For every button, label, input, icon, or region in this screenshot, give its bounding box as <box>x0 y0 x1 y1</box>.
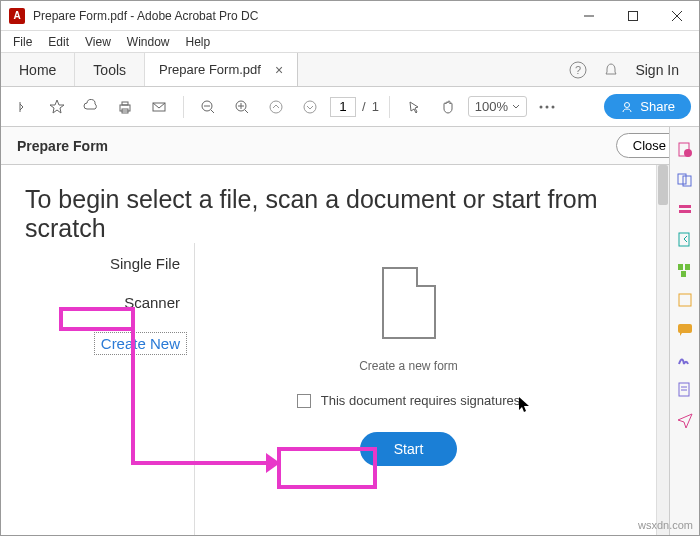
svg-rect-32 <box>681 271 686 277</box>
annotation-arrowhead <box>266 453 280 473</box>
page-sep: / <box>362 99 366 114</box>
menu-file[interactable]: File <box>5 33 40 51</box>
share-person-icon <box>620 100 634 114</box>
window-title: Prepare Form.pdf - Adobe Acrobat Pro DC <box>33 9 567 23</box>
menu-window[interactable]: Window <box>119 33 178 51</box>
titlebar: A Prepare Form.pdf - Adobe Acrobat Pro D… <box>1 1 699 31</box>
svg-rect-30 <box>678 264 683 270</box>
page-total: 1 <box>372 99 379 114</box>
tab-home[interactable]: Home <box>1 53 75 86</box>
share-button[interactable]: Share <box>604 94 691 119</box>
rail-prepare-form-icon[interactable] <box>676 381 694 399</box>
svg-rect-31 <box>685 264 690 270</box>
rail-edit-icon[interactable] <box>676 201 694 219</box>
option-scanner[interactable]: Scanner <box>124 294 194 311</box>
rail-export-icon[interactable] <box>676 231 694 249</box>
svg-point-17 <box>270 101 282 113</box>
option-single-file[interactable]: Single File <box>110 255 194 272</box>
document-icon <box>382 267 436 339</box>
star-icon[interactable] <box>43 93 71 121</box>
rail-organize-icon[interactable] <box>676 261 694 279</box>
requires-signatures-row: This document requires signatures <box>297 393 520 408</box>
page-down-icon[interactable] <box>296 93 324 121</box>
menu-edit[interactable]: Edit <box>40 33 77 51</box>
menubar: File Edit View Window Help <box>1 31 699 53</box>
close-window-button[interactable] <box>655 1 699 31</box>
page-input[interactable] <box>330 97 356 117</box>
main-panel: To begin select a file, scan a document … <box>1 165 656 535</box>
more-icon[interactable] <box>533 93 561 121</box>
svg-rect-33 <box>679 294 691 306</box>
mouse-cursor-icon <box>519 397 531 413</box>
svg-line-11 <box>211 110 214 113</box>
tab-close-icon[interactable]: × <box>275 62 283 78</box>
save-cloud-icon[interactable] <box>77 93 105 121</box>
rail-enhance-icon[interactable] <box>676 291 694 309</box>
tab-tools[interactable]: Tools <box>75 53 145 86</box>
print-icon[interactable] <box>111 93 139 121</box>
requires-signatures-label: This document requires signatures <box>321 393 520 408</box>
zoom-dropdown[interactable]: 100% <box>468 96 527 117</box>
svg-point-21 <box>552 105 555 108</box>
tab-document[interactable]: Prepare Form.pdf × <box>145 53 298 86</box>
svg-rect-28 <box>679 210 691 213</box>
select-tool-icon[interactable] <box>400 93 428 121</box>
zoom-out-icon[interactable] <box>194 93 222 121</box>
zoom-in-icon[interactable] <box>228 93 256 121</box>
minimize-button[interactable] <box>567 1 611 31</box>
svg-point-22 <box>625 102 630 107</box>
zoom-value: 100% <box>475 99 508 114</box>
annotation-arrow <box>131 331 135 461</box>
share-label: Share <box>640 99 675 114</box>
svg-rect-27 <box>679 205 691 208</box>
page-indicator: / 1 <box>330 97 379 117</box>
tabbar: Home Tools Prepare Form.pdf × ? Sign In <box>1 53 699 87</box>
help-icon[interactable]: ? <box>569 61 587 79</box>
hand-tool-icon[interactable] <box>434 93 462 121</box>
tab-document-label: Prepare Form.pdf <box>159 62 261 77</box>
tool-name: Prepare Form <box>17 138 108 154</box>
option-create-new[interactable]: Create New <box>95 333 186 354</box>
scrollbar-thumb[interactable] <box>658 165 668 205</box>
rail-send-icon[interactable] <box>676 411 694 429</box>
mail-icon[interactable] <box>145 93 173 121</box>
page-heading: To begin select a file, scan a document … <box>25 185 632 243</box>
svg-rect-7 <box>122 102 128 105</box>
content-area: To begin select a file, scan a document … <box>1 165 656 535</box>
requires-signatures-checkbox[interactable] <box>297 394 311 408</box>
right-tool-rail <box>669 127 699 535</box>
menu-help[interactable]: Help <box>178 33 219 51</box>
svg-point-19 <box>540 105 543 108</box>
start-button[interactable]: Start <box>360 432 458 466</box>
source-options: Single File Scanner Create New <box>25 243 195 535</box>
svg-point-24 <box>684 149 692 157</box>
svg-rect-34 <box>678 324 692 333</box>
signin-button[interactable]: Sign In <box>635 62 679 78</box>
page-up-icon[interactable] <box>262 93 290 121</box>
vertical-scrollbar[interactable] <box>656 165 669 535</box>
rail-comment-icon[interactable] <box>676 321 694 339</box>
toolbar: / 1 100% Share <box>1 87 699 127</box>
svg-text:?: ? <box>575 64 581 76</box>
sidebar-toggle-icon[interactable] <box>9 93 37 121</box>
maximize-button[interactable] <box>611 1 655 31</box>
annotation-arrow <box>131 461 271 465</box>
rail-sign-icon[interactable] <box>676 351 694 369</box>
acrobat-app-icon: A <box>9 8 25 24</box>
svg-point-20 <box>546 105 549 108</box>
svg-line-14 <box>245 110 248 113</box>
chevron-down-icon <box>512 103 520 111</box>
watermark: wsxdn.com <box>638 519 693 531</box>
form-panel: Create a new form This document requires… <box>201 243 616 466</box>
rail-create-pdf-icon[interactable] <box>676 141 694 159</box>
bell-icon[interactable] <box>603 62 619 78</box>
form-caption: Create a new form <box>359 359 458 373</box>
svg-point-18 <box>304 101 316 113</box>
rail-combine-icon[interactable] <box>676 171 694 189</box>
svg-rect-1 <box>629 11 638 20</box>
tool-header: Prepare Form Close <box>1 127 699 165</box>
menu-view[interactable]: View <box>77 33 119 51</box>
